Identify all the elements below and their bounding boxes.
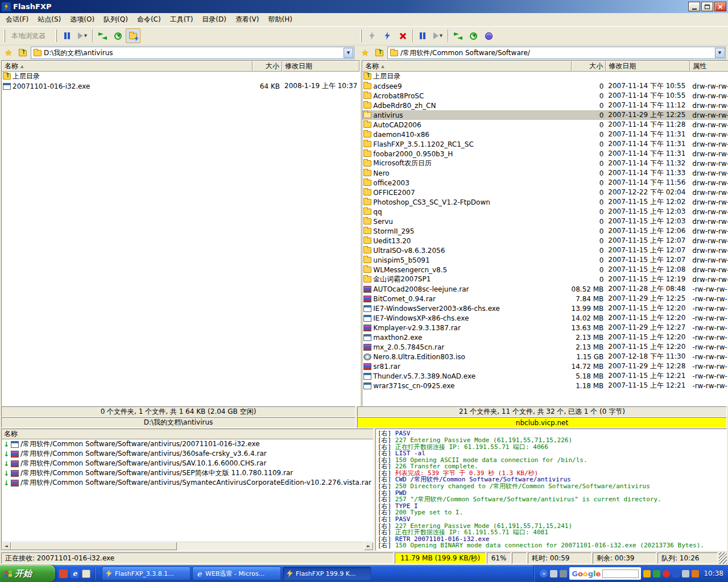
- folder-row[interactable]: AutoCAD200602007-11-14 下午 11:28drw-rw-rw…: [362, 120, 728, 130]
- folder-row[interactable]: office200302007-11-14 下午 11:56drw-rw-rw-: [362, 178, 728, 188]
- column-header-name[interactable]: 名称▲: [362, 61, 572, 72]
- file-row[interactable]: sr81.rar14.72 MB2007-11-29 上午 12:28-rw-r…: [362, 361, 728, 371]
- local-pause-button[interactable]: [60, 28, 75, 43]
- taskbar-button-1[interactable]: eWEB迅雷 - Micros...: [192, 567, 281, 580]
- file-row[interactable]: Thunder.v5.7.3.389.NoAD.exe5.18 MB2007-1…: [362, 371, 728, 381]
- remote-transfer-button[interactable]: [450, 28, 465, 43]
- queue-item-row[interactable]: ↓/常用软件/Common Software/Software/antiviru…: [2, 459, 373, 468]
- column-header-date[interactable]: 修改日期: [606, 61, 690, 72]
- up-directory-row[interactable]: 上层目录: [2, 72, 359, 81]
- file-row[interactable]: IE7-WindowsXP-x86-chs.exe14.02 MB2007-11…: [362, 313, 728, 323]
- menu-item-5[interactable]: 工具(T): [166, 13, 198, 26]
- tray-icon-5[interactable]: [663, 570, 670, 577]
- queue-horizontal-scrollbar[interactable]: ◄ ►: [2, 542, 373, 550]
- title-bar[interactable]: FlashFXP ×: [0, 0, 728, 13]
- folder-row[interactable]: Servu02007-11-15 上午 12:03drw-rw-rw-: [362, 217, 728, 226]
- remote-path-dropdown[interactable]: ▼: [715, 48, 725, 58]
- remote-connect-button[interactable]: [365, 28, 379, 43]
- file-row[interactable]: BitComet_0.94.rar7.84 MB2007-11-29 上午 12…: [362, 294, 728, 304]
- scroll-thumb[interactable]: [11, 542, 177, 550]
- local-refresh-button[interactable]: [110, 28, 125, 43]
- column-header-name[interactable]: 名称▲: [2, 61, 253, 72]
- file-row[interactable]: wrar371sc_cn-0925.exe1.18 MB2007-11-15 上…: [362, 381, 728, 390]
- local-up-directory-button[interactable]: [16, 47, 29, 59]
- folder-row[interactable]: Uedit13.2002007-11-15 上午 12:07drw-rw-rw-: [362, 236, 728, 246]
- scroll-right-button[interactable]: ►: [364, 542, 373, 550]
- remote-pause-button[interactable]: [415, 28, 430, 43]
- file-row[interactable]: AUTOcad2008sc-leejune.rar808.52 MB2007-1…: [362, 284, 728, 294]
- folder-row[interactable]: AdbeRdr80_zh_CN02007-11-14 下午 11:12drw-r…: [362, 101, 728, 110]
- file-row[interactable]: Kmplayer-v2.9.3.1387.rar13.63 MB2007-11-…: [362, 323, 728, 332]
- start-button[interactable]: 开始: [0, 565, 55, 582]
- tray-icon-7[interactable]: [692, 570, 699, 577]
- folder-row[interactable]: Nero02007-11-14 下午 11:33drw-rw-rw-: [362, 168, 728, 178]
- folder-row[interactable]: Acrobat8ProSC02007-11-14 下午 10:55drw-rw-…: [362, 91, 728, 101]
- queue-item-row[interactable]: ↓/常用软件/Common Software/Software/antiviru…: [2, 439, 373, 449]
- toolbar-grip[interactable]: [3, 30, 5, 42]
- file-row[interactable]: Nero.8.Ultra.Edition803.iso1.15 GB2007-1…: [362, 352, 728, 361]
- menu-item-4[interactable]: 命令(C): [133, 13, 166, 26]
- remote-refresh-button[interactable]: [466, 28, 481, 43]
- folder-row[interactable]: 金山词霸2007SP102007-11-15 上午 12:19drw-rw-rw…: [362, 275, 728, 284]
- folder-row[interactable]: Microsoft农历日历02007-11-14 下午 11:32drw-rw-…: [362, 159, 728, 168]
- folder-row[interactable]: Photoshop_CS3_SC_V1.2-FtpDown02007-11-15…: [362, 197, 728, 207]
- taskbar-clock[interactable]: 10:38: [704, 569, 723, 577]
- folder-row[interactable]: FlashFXP_3.5.1.1202_RC1_SC02007-11-14 下午…: [362, 139, 728, 149]
- minimize-button[interactable]: [688, 2, 700, 11]
- local-path-combo[interactable]: D:\我的文档\antivirus ▼: [31, 47, 354, 59]
- scroll-left-button[interactable]: ◄: [2, 542, 11, 550]
- menu-item-7[interactable]: 查看(V): [231, 13, 264, 26]
- tray-icon-1[interactable]: [550, 570, 557, 577]
- menu-item-6[interactable]: 目录(D): [197, 13, 231, 26]
- file-row[interactable]: maxthon2.exe2.13 MB2007-11-15 上午 12:20-r…: [362, 332, 728, 342]
- taskbar-button-2[interactable]: FlashFXP 199.9 K...: [283, 567, 371, 580]
- scroll-track[interactable]: [177, 542, 364, 550]
- local-bookmarks-button[interactable]: ★: [2, 47, 15, 59]
- folder-row[interactable]: antivirus02007-11-29 上午 12:25drw-rw-rw-: [362, 110, 728, 120]
- remote-resume-button[interactable]: ▼: [431, 28, 445, 43]
- folder-row[interactable]: daemon410-x8602007-11-14 下午 11:31drw-rw-…: [362, 130, 728, 139]
- queue-item-row[interactable]: ↓/常用软件/Common Software/Software/antiviru…: [2, 478, 373, 488]
- folder-row[interactable]: qq02007-11-15 上午 12:03drw-rw-rw-: [362, 207, 728, 217]
- queue-column-header[interactable]: 名称: [2, 429, 373, 439]
- tray-icon-2[interactable]: [560, 570, 567, 577]
- local-path-dropdown[interactable]: ▼: [344, 48, 353, 58]
- remote-quick-connect-button[interactable]: [380, 28, 395, 43]
- google-search-input[interactable]: [602, 569, 639, 578]
- file-row[interactable]: 20071101-016-i32.exe64 KB2008-1-19 上午 10…: [2, 81, 359, 91]
- remote-path-combo[interactable]: /常用软件/Common Software/Software/ ▼: [387, 47, 726, 59]
- folder-row[interactable]: UltraISO-v8.6.3.205602007-11-15 上午 12:07…: [362, 246, 728, 255]
- local-resume-button[interactable]: ▼: [75, 28, 90, 43]
- maximize-button[interactable]: [701, 2, 713, 11]
- menu-item-2[interactable]: 选项(O): [65, 13, 99, 26]
- queue-item-row[interactable]: ↓/常用软件/Common Software/Software/antiviru…: [2, 468, 373, 478]
- menu-item-0[interactable]: 会话(F): [1, 13, 33, 26]
- folder-row[interactable]: StormII_29502007-11-15 上午 12:06drw-rw-rw…: [362, 226, 728, 236]
- column-header-size[interactable]: 大小: [253, 61, 282, 72]
- queue-item-row[interactable]: ↓/常用软件/Common Software/Software/antiviru…: [2, 449, 373, 459]
- remote-up-directory-button[interactable]: [373, 47, 386, 59]
- folder-row[interactable]: unispim5_b509102007-11-15 上午 12:07drw-rw…: [362, 255, 728, 265]
- taskbar-button-0[interactable]: FlashFXP_3.3.8.1...: [102, 567, 191, 580]
- toolbar-grip[interactable]: [55, 30, 57, 42]
- show-desktop-icon[interactable]: [82, 569, 90, 578]
- toolbar-grip[interactable]: [360, 30, 362, 42]
- internet-explorer-icon[interactable]: e: [71, 569, 79, 578]
- folder-sync-button[interactable]: [126, 28, 140, 43]
- tray-chevron-icon[interactable]: «: [540, 569, 548, 577]
- close-button[interactable]: ×: [714, 2, 726, 11]
- column-header-date[interactable]: 修改日期: [282, 61, 359, 72]
- remote-disconnect-button[interactable]: [395, 28, 410, 43]
- local-transfer-button[interactable]: [95, 28, 110, 43]
- resize-grip[interactable]: [719, 552, 727, 564]
- file-row[interactable]: IE7-WindowsServer2003-x86-chs.exe13.99 M…: [362, 304, 728, 313]
- tray-icon-3[interactable]: [643, 570, 651, 577]
- quick-launch-icon-1[interactable]: [59, 569, 68, 578]
- menu-item-3[interactable]: 队列(Q): [99, 13, 133, 26]
- remote-bookmarks-button[interactable]: ★: [359, 47, 371, 59]
- folder-row[interactable]: OFFICE200702007-12-22 下午 02:04drw-rw-rw-: [362, 188, 728, 197]
- column-header-attr[interactable]: 属性: [690, 61, 728, 72]
- tray-icon-4[interactable]: [653, 570, 660, 577]
- column-header-size[interactable]: 大小: [572, 61, 606, 72]
- menu-item-1[interactable]: 站点(S): [33, 13, 65, 26]
